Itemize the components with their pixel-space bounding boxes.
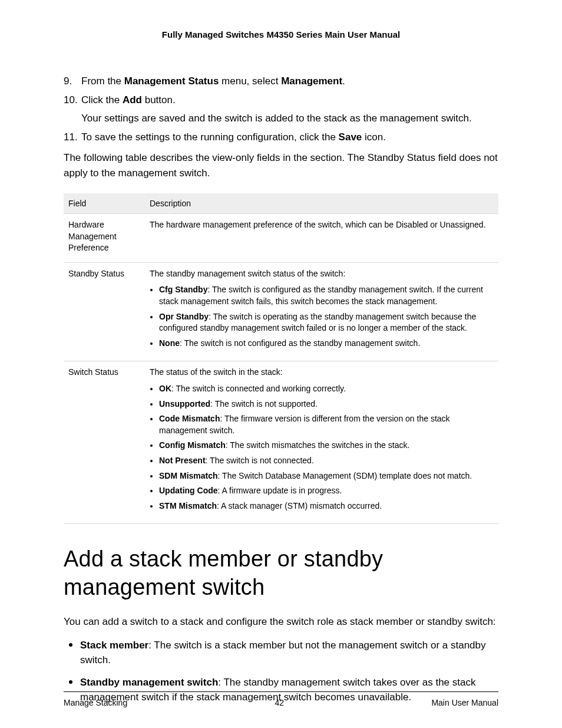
- desc-bullet: None: The switch is not configured as th…: [159, 338, 494, 350]
- footer-page-number: 42: [275, 698, 285, 707]
- step-sub-text: Your settings are saved and the switch i…: [81, 111, 498, 126]
- step-number: 10.: [64, 93, 78, 108]
- step-text: Click the Add button.: [81, 94, 176, 106]
- desc-bullet-list: OK: The switch is connected and working …: [150, 383, 494, 512]
- desc-bullet: Config Mismatch: The switch mismatches t…: [159, 440, 494, 452]
- desc-bullet: OK: The switch is connected and working …: [159, 383, 494, 395]
- desc-bullet: Cfg Standby: The switch is configured as…: [159, 284, 494, 307]
- field-table: Field Description Hardware Management Pr…: [64, 193, 498, 524]
- desc-intro: The hardware management preference of th…: [150, 219, 494, 231]
- footer-right: Main User Manual: [431, 698, 498, 707]
- field-table-body: Hardware Management PreferenceThe hardwa…: [64, 214, 498, 524]
- step-list: 9.From the Management Status menu, selec…: [64, 74, 498, 144]
- field-desc-cell: The status of the switch in the stack:OK…: [145, 361, 498, 524]
- desc-intro: The status of the switch in the stack:: [150, 367, 494, 378]
- step-body: To save the settings to the running conf…: [81, 130, 498, 145]
- desc-intro: The standby management switch status of …: [150, 268, 494, 280]
- desc-bullet-list: Cfg Standby: The switch is configured as…: [150, 284, 494, 349]
- field-name-cell: Hardware Management Preference: [64, 214, 145, 263]
- field-name-cell: Standby Status: [64, 262, 145, 361]
- table-intro: The following table describes the view-o…: [64, 150, 498, 180]
- table-row: Hardware Management PreferenceThe hardwa…: [64, 214, 498, 263]
- desc-bullet: Opr Standby: The switch is operating as …: [159, 311, 494, 334]
- desc-bullet: Code Mismatch: The firmware version is d…: [159, 413, 494, 436]
- desc-bullet: Unsupported: The switch is not supported…: [159, 398, 494, 410]
- field-desc-cell: The standby management switch status of …: [145, 262, 498, 361]
- step-item: 10.Click the Add button.Your settings ar…: [64, 93, 498, 126]
- table-header-desc: Description: [145, 193, 498, 214]
- section-body: You can add a switch to a stack and conf…: [64, 614, 498, 630]
- table-row: Standby StatusThe standby management swi…: [64, 262, 498, 361]
- desc-bullet: STM Mismatch: A stack manager (STM) mism…: [159, 500, 494, 512]
- step-number: 9.: [64, 74, 72, 89]
- step-text: From the Management Status menu, select …: [81, 75, 345, 87]
- footer-left: Manage Stacking: [64, 698, 127, 707]
- step-body: Click the Add button.Your settings are s…: [81, 93, 498, 126]
- table-header-field: Field: [64, 193, 145, 214]
- table-row: Switch StatusThe status of the switch in…: [64, 361, 498, 524]
- desc-bullet: Updating Code: A firmware update is in p…: [159, 485, 494, 497]
- page-footer: Manage Stacking 42 Main User Manual: [64, 691, 498, 707]
- desc-bullet: SDM Mismatch: The Switch Database Manage…: [159, 470, 494, 482]
- step-item: 9.From the Management Status menu, selec…: [64, 74, 498, 89]
- step-item: 11.To save the settings to the running c…: [64, 130, 498, 145]
- desc-bullet: Not Present: The switch is not connected…: [159, 455, 494, 467]
- document-header: Fully Managed Switches M4350 Series Main…: [64, 29, 498, 39]
- field-name-cell: Switch Status: [64, 361, 145, 524]
- section-title: Add a stack member or standby management…: [64, 545, 498, 601]
- step-text: To save the settings to the running conf…: [81, 131, 386, 143]
- step-body: From the Management Status menu, select …: [81, 74, 498, 89]
- section-list-item: Stack member: The switch is a stack memb…: [80, 635, 498, 668]
- field-desc-cell: The hardware management preference of th…: [145, 214, 498, 263]
- step-number: 11.: [64, 130, 78, 145]
